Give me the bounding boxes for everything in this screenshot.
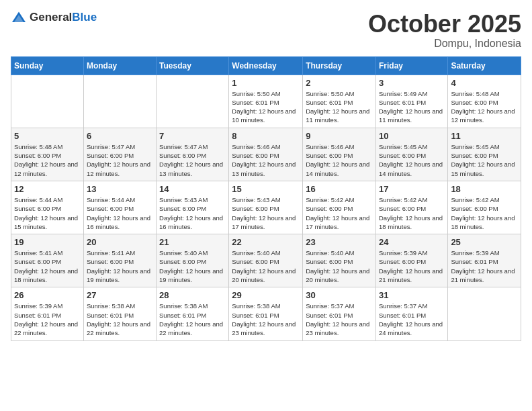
- day-number: 1: [232, 78, 300, 88]
- day-info: Sunrise: 5:39 AM Sunset: 6:01 PM Dayligh…: [14, 302, 81, 337]
- day-number: 8: [232, 131, 300, 141]
- weekday-header: Friday: [375, 56, 447, 75]
- day-info: Sunrise: 5:48 AM Sunset: 6:00 PM Dayligh…: [14, 142, 81, 178]
- calendar-day-cell: 2Sunrise: 5:50 AM Sunset: 6:01 PM Daylig…: [303, 75, 376, 128]
- day-info: Sunrise: 5:42 AM Sunset: 6:00 PM Dayligh…: [306, 195, 373, 231]
- day-number: 29: [232, 290, 300, 300]
- calendar-day-cell: [157, 75, 229, 128]
- calendar-day-cell: 5Sunrise: 5:48 AM Sunset: 6:00 PM Daylig…: [11, 128, 84, 181]
- calendar-day-cell: 29Sunrise: 5:38 AM Sunset: 6:01 PM Dayli…: [229, 287, 303, 340]
- day-number: 25: [451, 237, 518, 247]
- day-number: 18: [451, 184, 518, 194]
- day-info: Sunrise: 5:47 AM Sunset: 6:00 PM Dayligh…: [87, 142, 153, 178]
- day-info: Sunrise: 5:39 AM Sunset: 6:00 PM Dayligh…: [379, 248, 445, 284]
- calendar-day-cell: 4Sunrise: 5:48 AM Sunset: 6:00 PM Daylig…: [448, 75, 521, 128]
- calendar-week-row: 19Sunrise: 5:41 AM Sunset: 6:00 PM Dayli…: [11, 234, 521, 287]
- weekday-header: Monday: [83, 56, 156, 75]
- calendar-day-cell: 27Sunrise: 5:38 AM Sunset: 6:01 PM Dayli…: [83, 287, 156, 340]
- day-number: 4: [451, 78, 518, 88]
- day-number: 14: [159, 184, 226, 194]
- calendar-day-cell: 12Sunrise: 5:44 AM Sunset: 6:00 PM Dayli…: [11, 181, 84, 234]
- day-number: 19: [14, 237, 81, 247]
- calendar-day-cell: 23Sunrise: 5:40 AM Sunset: 6:00 PM Dayli…: [303, 234, 376, 287]
- day-info: Sunrise: 5:45 AM Sunset: 6:00 PM Dayligh…: [379, 142, 445, 178]
- day-number: 20: [87, 237, 153, 247]
- day-info: Sunrise: 5:40 AM Sunset: 6:00 PM Dayligh…: [159, 248, 226, 284]
- calendar-day-cell: 22Sunrise: 5:40 AM Sunset: 6:00 PM Dayli…: [229, 234, 303, 287]
- calendar-day-cell: 8Sunrise: 5:46 AM Sunset: 6:00 PM Daylig…: [229, 128, 303, 181]
- day-info: Sunrise: 5:43 AM Sunset: 6:00 PM Dayligh…: [232, 195, 300, 231]
- day-info: Sunrise: 5:49 AM Sunset: 6:01 PM Dayligh…: [379, 89, 445, 125]
- calendar-day-cell: 13Sunrise: 5:44 AM Sunset: 6:00 PM Dayli…: [83, 181, 156, 234]
- weekday-header: Sunday: [11, 56, 84, 75]
- day-info: Sunrise: 5:44 AM Sunset: 6:00 PM Dayligh…: [87, 195, 153, 231]
- calendar-day-cell: 25Sunrise: 5:39 AM Sunset: 6:01 PM Dayli…: [448, 234, 521, 287]
- calendar-day-cell: 9Sunrise: 5:46 AM Sunset: 6:00 PM Daylig…: [303, 128, 376, 181]
- day-number: 26: [14, 290, 81, 300]
- calendar-day-cell: 24Sunrise: 5:39 AM Sunset: 6:00 PM Dayli…: [375, 234, 447, 287]
- day-number: 16: [306, 184, 373, 194]
- calendar-week-row: 1Sunrise: 5:50 AM Sunset: 6:01 PM Daylig…: [11, 75, 521, 128]
- day-info: Sunrise: 5:43 AM Sunset: 6:00 PM Dayligh…: [159, 195, 226, 231]
- calendar-day-cell: 20Sunrise: 5:41 AM Sunset: 6:00 PM Dayli…: [83, 234, 156, 287]
- day-info: Sunrise: 5:38 AM Sunset: 6:01 PM Dayligh…: [87, 302, 153, 337]
- day-number: 21: [159, 237, 226, 247]
- calendar-day-cell: [11, 75, 84, 128]
- location-title: Dompu, Indonesia: [368, 38, 521, 50]
- day-number: 30: [306, 290, 373, 300]
- day-number: 10: [379, 131, 445, 141]
- weekday-header-row: SundayMondayTuesdayWednesdayThursdayFrid…: [11, 56, 521, 75]
- day-info: Sunrise: 5:45 AM Sunset: 6:00 PM Dayligh…: [451, 142, 518, 178]
- day-info: Sunrise: 5:37 AM Sunset: 6:01 PM Dayligh…: [379, 302, 445, 337]
- calendar-day-cell: 26Sunrise: 5:39 AM Sunset: 6:01 PM Dayli…: [11, 287, 84, 340]
- logo-general: General: [30, 11, 72, 24]
- day-info: Sunrise: 5:38 AM Sunset: 6:01 PM Dayligh…: [159, 302, 226, 337]
- day-number: 31: [379, 290, 445, 300]
- calendar-day-cell: 15Sunrise: 5:43 AM Sunset: 6:00 PM Dayli…: [229, 181, 303, 234]
- day-number: 23: [306, 237, 373, 247]
- calendar-week-row: 26Sunrise: 5:39 AM Sunset: 6:01 PM Dayli…: [11, 287, 521, 340]
- month-title: October 2025: [368, 11, 521, 38]
- page-header: GeneralBlue October 2025 Dompu, Indonesi…: [11, 11, 521, 50]
- day-info: Sunrise: 5:37 AM Sunset: 6:01 PM Dayligh…: [306, 302, 373, 337]
- calendar-day-cell: 21Sunrise: 5:40 AM Sunset: 6:00 PM Dayli…: [157, 234, 229, 287]
- calendar-day-cell: [448, 287, 521, 340]
- calendar-day-cell: 17Sunrise: 5:42 AM Sunset: 6:00 PM Dayli…: [375, 181, 447, 234]
- day-number: 12: [14, 184, 81, 194]
- day-info: Sunrise: 5:42 AM Sunset: 6:00 PM Dayligh…: [451, 195, 518, 231]
- day-info: Sunrise: 5:42 AM Sunset: 6:00 PM Dayligh…: [379, 195, 445, 231]
- day-info: Sunrise: 5:40 AM Sunset: 6:00 PM Dayligh…: [306, 248, 373, 284]
- calendar-day-cell: 6Sunrise: 5:47 AM Sunset: 6:00 PM Daylig…: [83, 128, 156, 181]
- day-number: 13: [87, 184, 153, 194]
- day-info: Sunrise: 5:48 AM Sunset: 6:00 PM Dayligh…: [451, 89, 518, 125]
- day-number: 3: [379, 78, 445, 88]
- calendar-day-cell: 16Sunrise: 5:42 AM Sunset: 6:00 PM Dayli…: [303, 181, 376, 234]
- calendar-week-row: 5Sunrise: 5:48 AM Sunset: 6:00 PM Daylig…: [11, 128, 521, 181]
- day-number: 22: [232, 237, 300, 247]
- day-number: 24: [379, 237, 445, 247]
- weekday-header: Saturday: [448, 56, 521, 75]
- day-number: 28: [159, 290, 226, 300]
- calendar-day-cell: 3Sunrise: 5:49 AM Sunset: 6:01 PM Daylig…: [375, 75, 447, 128]
- calendar-day-cell: 14Sunrise: 5:43 AM Sunset: 6:00 PM Dayli…: [157, 181, 229, 234]
- weekday-header: Wednesday: [229, 56, 303, 75]
- day-info: Sunrise: 5:47 AM Sunset: 6:00 PM Dayligh…: [159, 142, 226, 178]
- day-info: Sunrise: 5:38 AM Sunset: 6:01 PM Dayligh…: [232, 302, 300, 337]
- day-info: Sunrise: 5:50 AM Sunset: 6:01 PM Dayligh…: [306, 89, 373, 125]
- day-info: Sunrise: 5:46 AM Sunset: 6:00 PM Dayligh…: [306, 142, 373, 178]
- day-number: 11: [451, 131, 518, 141]
- calendar-day-cell: 1Sunrise: 5:50 AM Sunset: 6:01 PM Daylig…: [229, 75, 303, 128]
- day-number: 27: [87, 290, 153, 300]
- day-info: Sunrise: 5:40 AM Sunset: 6:00 PM Dayligh…: [232, 248, 300, 284]
- logo: GeneralBlue: [11, 11, 97, 24]
- calendar-day-cell: 28Sunrise: 5:38 AM Sunset: 6:01 PM Dayli…: [157, 287, 229, 340]
- day-number: 15: [232, 184, 300, 194]
- day-number: 17: [379, 184, 445, 194]
- weekday-header: Tuesday: [157, 56, 229, 75]
- day-number: 9: [306, 131, 373, 141]
- calendar-week-row: 12Sunrise: 5:44 AM Sunset: 6:00 PM Dayli…: [11, 181, 521, 234]
- day-info: Sunrise: 5:50 AM Sunset: 6:01 PM Dayligh…: [232, 89, 300, 125]
- day-info: Sunrise: 5:39 AM Sunset: 6:01 PM Dayligh…: [451, 248, 518, 284]
- title-block: October 2025 Dompu, Indonesia: [368, 11, 521, 50]
- calendar-day-cell: 18Sunrise: 5:42 AM Sunset: 6:00 PM Dayli…: [448, 181, 521, 234]
